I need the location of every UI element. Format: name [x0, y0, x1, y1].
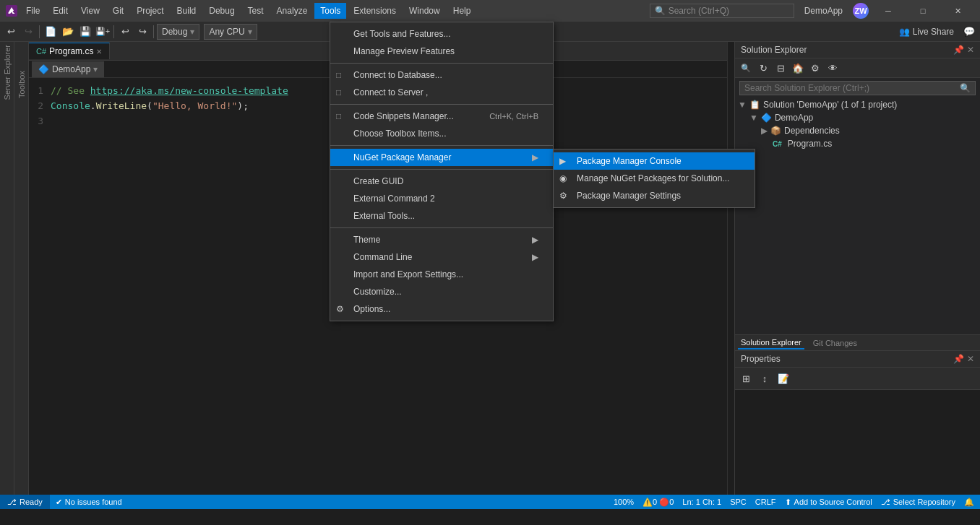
nuget-submenu: ▶ Package Manager Console ◉ Manage NuGet…	[553, 149, 755, 208]
menu-view[interactable]: View	[75, 3, 106, 19]
menu-window[interactable]: Window	[403, 3, 446, 19]
se-search-button[interactable]: 🔍	[738, 60, 754, 76]
theme-item[interactable]: Theme ▶	[330, 231, 553, 248]
solution-explorer-title: Solution Explorer	[741, 45, 807, 55]
manage-nuget-label: Manage NuGet Packages for Solution...	[577, 173, 729, 183]
menu-analyze[interactable]: Analyze	[271, 3, 314, 19]
feedback-button[interactable]: 💬	[961, 24, 977, 40]
pkg-console-item[interactable]: ▶ Package Manager Console	[554, 152, 755, 170]
properties-panel: Properties 📌 ✕ ⊞ ↕ 📝	[735, 350, 980, 495]
search-box[interactable]: 🔍 Search (Ctrl+Q)	[650, 4, 794, 18]
ext-cmd-item[interactable]: External Command 2	[330, 190, 553, 207]
no-issues-button[interactable]: ✔ No issues found	[50, 498, 128, 507]
se-collapse-button[interactable]: ⊟	[773, 60, 788, 76]
menu-git[interactable]: Git	[107, 3, 129, 19]
toolbar-separator-2	[113, 25, 114, 38]
tab-close-button[interactable]: ✕	[96, 48, 102, 56]
tree-item-program-cs[interactable]: C# Program.cs	[735, 137, 980, 150]
encoding-label: SPC	[730, 498, 747, 506]
menu-build[interactable]: Build	[171, 3, 202, 19]
se-search-box[interactable]: 🔍	[739, 81, 976, 95]
no-issues-label: No issues found	[65, 498, 122, 506]
project-dropdown[interactable]: 🔷 DemoApp ▾	[32, 61, 104, 77]
props-sort-button[interactable]: ↕	[757, 370, 773, 386]
props-pin-button[interactable]: 📌	[953, 354, 964, 364]
props-grid-button[interactable]: ⊞	[738, 370, 754, 386]
tree-item-dependencies[interactable]: ▶ 📦 Dependencies	[735, 124, 980, 137]
se-props-button[interactable]: ⚙	[807, 60, 823, 76]
maximize-button[interactable]: □	[906, 0, 940, 22]
debug-mode-dropdown[interactable]: Debug ▾	[157, 24, 199, 40]
se-filter-button[interactable]: 🏠	[790, 60, 806, 76]
customize-item[interactable]: Customize...	[330, 283, 553, 300]
tree-item-solution[interactable]: ▼ 📋 Solution 'DemoApp' (1 of 1 project)	[735, 98, 980, 111]
no-errors-icon: ⚠️0 🔴0	[642, 498, 674, 507]
user-avatar[interactable]: ZW	[853, 3, 869, 19]
close-se-button[interactable]: ✕	[967, 45, 974, 55]
code-snippets-item[interactable]: □ Code Snippets Manager... Ctrl+K, Ctrl+…	[330, 108, 553, 125]
platform-dropdown[interactable]: Any CPU ▾	[204, 24, 257, 40]
git-icon: ⎇	[7, 498, 17, 507]
se-search-input[interactable]	[744, 83, 960, 93]
menu-help[interactable]: Help	[447, 3, 477, 19]
connect-db-item[interactable]: □ Connect to Database...	[330, 66, 553, 84]
import-export-item[interactable]: Import and Export Settings...	[330, 266, 553, 283]
git-branch-button[interactable]: ⎇ Ready	[0, 495, 50, 509]
menu-tools[interactable]: Tools	[314, 3, 346, 19]
get-tools-item[interactable]: Get Tools and Features...	[330, 25, 553, 43]
pkg-settings-label: Package Manager Settings	[577, 191, 681, 201]
connect-server-item[interactable]: □ Connect to Server ,	[330, 84, 553, 101]
toolbox-items-item[interactable]: Choose Toolbox Items...	[330, 125, 553, 142]
menu-extensions[interactable]: Extensions	[348, 3, 402, 19]
title-bar: File Edit View Git Project Build Debug T…	[0, 0, 980, 22]
status-bar: ⎇ Ready ✔ No issues found 100% ⚠️0 🔴0 Ln…	[0, 495, 980, 509]
select-repository-label: Select Repository	[893, 498, 955, 506]
server-explorer-tab[interactable]: Server Explorer	[0, 42, 14, 495]
code-snippets-shortcut: Ctrl+K, Ctrl+B	[489, 112, 538, 121]
props-close-button[interactable]: ✕	[967, 354, 974, 364]
get-tools-label: Get Tools and Features...	[353, 29, 451, 39]
manage-preview-item[interactable]: Manage Preview Features	[330, 43, 553, 60]
se-preview-button[interactable]: 👁	[825, 60, 841, 76]
ext-cmd-label: External Command 2	[353, 194, 435, 204]
properties-content	[735, 390, 980, 495]
pin-button[interactable]: 📌	[953, 45, 964, 55]
props-desc-button[interactable]: 📝	[775, 370, 791, 386]
menu-edit[interactable]: Edit	[47, 3, 74, 19]
save-all-button[interactable]: 💾+	[95, 24, 111, 40]
options-item[interactable]: ⚙ Options...	[330, 300, 553, 318]
redo-button[interactable]: ↪	[134, 24, 150, 40]
se-tab-solution-explorer[interactable]: Solution Explorer	[738, 337, 804, 350]
menu-project[interactable]: Project	[131, 3, 169, 19]
menu-debug[interactable]: Debug	[203, 3, 240, 19]
select-repository-button[interactable]: ⎇ Select Repository	[881, 498, 955, 507]
tree-item-project[interactable]: ▼ 🔷 DemoApp	[735, 111, 980, 124]
ext-tools-item[interactable]: External Tools...	[330, 207, 553, 225]
import-export-label: Import and Export Settings...	[353, 269, 463, 279]
menu-test[interactable]: Test	[242, 3, 270, 19]
save-button[interactable]: 💾	[77, 24, 93, 40]
minimize-button[interactable]: ─	[872, 0, 905, 22]
nuget-arrow-icon: ▶	[532, 152, 538, 162]
cmdline-item[interactable]: Command Line ▶	[330, 248, 553, 266]
se-tab-git-changes[interactable]: Git Changes	[810, 337, 860, 349]
editor-scrollbar[interactable]	[727, 42, 734, 495]
add-to-source-control-button[interactable]: ⬆ Add to Source Control	[785, 498, 872, 507]
ready-label: Ready	[20, 498, 43, 506]
new-file-button[interactable]: 📄	[43, 24, 59, 40]
open-button[interactable]: 📂	[60, 24, 76, 40]
back-button[interactable]: ↩	[3, 24, 19, 40]
menu-file[interactable]: File	[20, 3, 46, 19]
se-refresh-button[interactable]: ↻	[755, 60, 771, 76]
forward-button[interactable]: ↪	[20, 24, 36, 40]
close-button[interactable]: ✕	[941, 0, 974, 22]
undo-button[interactable]: ↩	[117, 24, 133, 40]
live-share-button[interactable]: 👥 Live Share	[893, 24, 960, 40]
manage-nuget-item[interactable]: ◉ Manage NuGet Packages for Solution...	[554, 170, 755, 187]
nuget-item[interactable]: NuGet Package Manager ▶ ▶ Package Manage…	[330, 149, 553, 166]
pkg-settings-item[interactable]: ⚙ Package Manager Settings	[554, 187, 755, 204]
create-guid-item[interactable]: Create GUID	[330, 173, 553, 190]
editor-tab-program-cs[interactable]: C# Program.cs ✕	[29, 43, 110, 59]
toolbox-tab[interactable]: Toolbox	[14, 42, 29, 495]
live-share-label: Live Share	[913, 27, 954, 37]
